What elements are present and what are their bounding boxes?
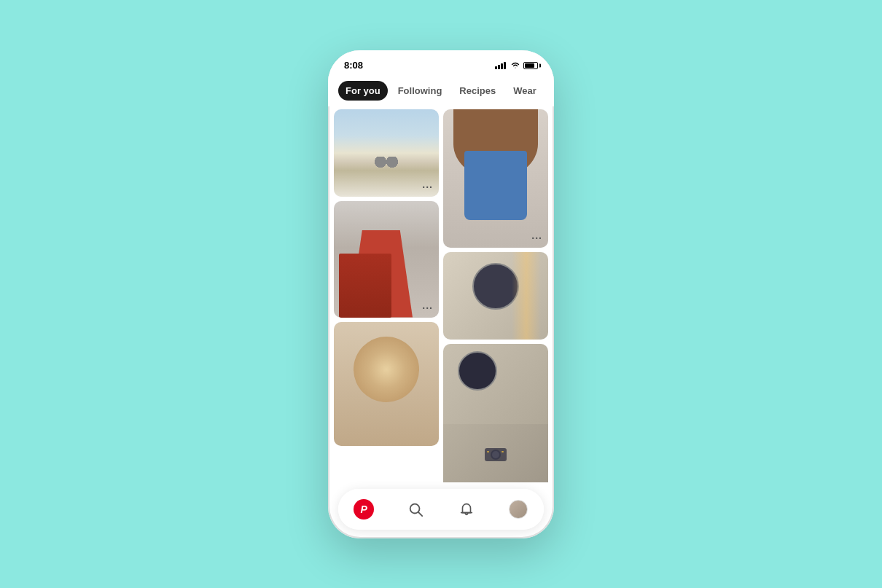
svg-point-2 — [492, 451, 499, 458]
status-time: 8:08 — [344, 60, 363, 71]
tab-wear[interactable]: Wear — [506, 81, 544, 101]
wifi-icon — [510, 61, 520, 69]
notifications-button[interactable] — [452, 495, 481, 524]
phone-frame: 8:08 For you Following Recipes Wear — [328, 50, 554, 538]
pin-grid: ··· ··· ··· — [328, 106, 554, 489]
bottom-nav: P — [338, 489, 544, 530]
status-icons — [495, 61, 538, 69]
fashion-image — [443, 109, 548, 248]
nav-tabs: For you Following Recipes Wear — [328, 77, 554, 106]
pin-card-beach[interactable]: ··· — [334, 109, 439, 197]
pinterest-logo: P — [354, 499, 374, 520]
bell-icon — [458, 501, 475, 517]
pin-feed[interactable]: ··· ··· ··· — [328, 106, 554, 489]
tab-following[interactable]: Following — [391, 81, 450, 101]
pin-card-pie[interactable] — [334, 322, 439, 446]
more-options-button-fashion[interactable]: ··· — [531, 232, 542, 244]
pin-card-holiday[interactable]: ··· Set your holiday tablescape Promoted… — [443, 344, 548, 489]
pin-card-fashion[interactable]: ··· — [443, 109, 548, 248]
table-image — [443, 252, 548, 340]
pin-card-arch[interactable]: ··· — [334, 201, 439, 318]
svg-rect-3 — [487, 451, 489, 452]
tab-recipes[interactable]: Recipes — [452, 81, 503, 101]
home-button[interactable]: P — [349, 495, 378, 524]
battery-icon — [523, 62, 538, 69]
profile-avatar — [509, 500, 528, 519]
right-column: ··· — [443, 109, 548, 489]
left-column: ··· ··· — [334, 109, 439, 489]
tab-for-you[interactable]: For you — [338, 81, 388, 101]
holiday-image-2 — [443, 424, 548, 482]
search-button[interactable] — [401, 495, 430, 524]
arch-image — [334, 201, 439, 318]
holiday-image — [443, 344, 548, 424]
signal-icon — [495, 62, 506, 69]
pin-info-holiday: Set your holiday tablescape Promoted by … — [443, 482, 548, 489]
profile-button[interactable] — [504, 495, 533, 524]
status-bar: 8:08 — [328, 50, 554, 77]
svg-line-6 — [418, 512, 422, 516]
tablescape-mini-icon — [481, 442, 510, 464]
search-icon — [407, 501, 424, 517]
pie-image — [334, 322, 439, 446]
more-options-button-arch[interactable]: ··· — [422, 302, 433, 314]
svg-rect-4 — [502, 451, 504, 452]
more-options-button-beach[interactable]: ··· — [422, 181, 433, 193]
pin-card-table[interactable] — [443, 252, 548, 340]
